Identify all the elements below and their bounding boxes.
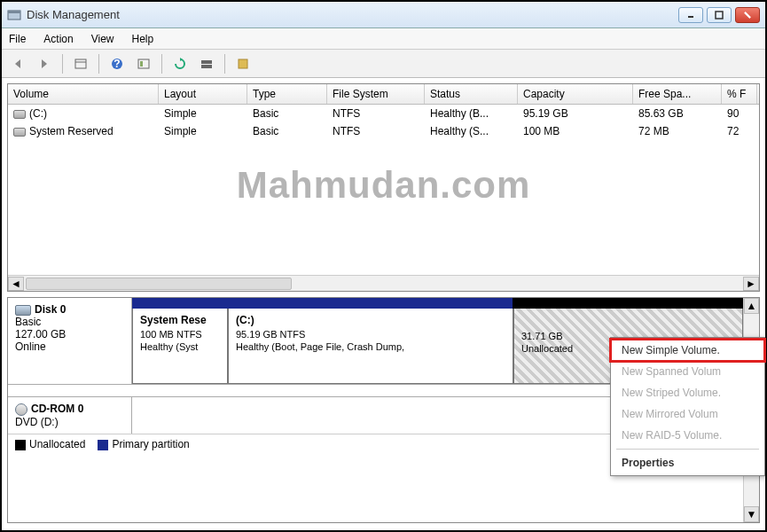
- col-layout[interactable]: Layout: [159, 84, 247, 104]
- cell-volume: System Reserved: [29, 125, 113, 137]
- action-button[interactable]: [232, 53, 254, 74]
- cell-status: Healthy (B...: [425, 105, 518, 122]
- menu-new-striped-volume: New Striped Volume.: [611, 382, 764, 403]
- partition-size: 100 MB NTFS: [140, 328, 220, 340]
- menu-action[interactable]: Action: [43, 33, 73, 45]
- toolbar-separator: [62, 54, 63, 74]
- col-percentfree[interactable]: % F: [722, 84, 757, 104]
- col-status[interactable]: Status: [425, 84, 518, 104]
- legend-unallocated-label: Unallocated: [29, 438, 85, 450]
- window-title: Disk Management: [27, 8, 678, 21]
- drive-icon: [13, 110, 26, 119]
- cell-volume: (C:): [29, 107, 47, 120]
- toolbar-separator: [224, 54, 225, 74]
- col-freespace[interactable]: Free Spa...: [633, 84, 722, 104]
- legend-primary-label: Primary partition: [112, 438, 189, 450]
- cell-type: Basic: [247, 122, 327, 140]
- toolbar-separator: [98, 54, 99, 74]
- disk-list-button[interactable]: [196, 53, 217, 74]
- legend-unallocated-swatch: [15, 440, 26, 450]
- cell-status: Healthy (S...: [425, 122, 518, 140]
- svg-rect-1: [8, 11, 20, 13]
- disk-size: 127.00 GB: [15, 328, 124, 340]
- scroll-down-arrow[interactable]: ▼: [744, 506, 759, 522]
- menu-file[interactable]: File: [9, 33, 26, 45]
- col-type[interactable]: Type: [247, 84, 327, 104]
- menu-separator: [616, 449, 759, 450]
- cdrom-icon: [15, 403, 27, 416]
- cell-layout: Simple: [159, 122, 247, 140]
- cdrom-label[interactable]: CD-ROM 0 DVD (D:): [8, 397, 132, 434]
- title-bar: Disk Management: [2, 2, 765, 28]
- partition-size: 95.19 GB NTFS: [236, 328, 505, 340]
- help-button[interactable]: ?: [106, 53, 128, 74]
- context-menu: New Simple Volume. New Spanned Volum New…: [610, 337, 765, 476]
- svg-rect-14: [239, 59, 247, 68]
- minimize-button[interactable]: [678, 7, 703, 23]
- volume-list-header: Volume Layout Type File System Status Ca…: [8, 84, 759, 105]
- svg-line-5: [745, 12, 750, 18]
- table-row[interactable]: (C:) Simple Basic NTFS Healthy (B... 95.…: [8, 105, 759, 122]
- maximize-button[interactable]: [707, 7, 732, 23]
- close-button[interactable]: [735, 7, 760, 23]
- svg-rect-13: [201, 65, 212, 68]
- toolbar: ?: [2, 50, 765, 78]
- disk-status: Online: [15, 340, 124, 353]
- col-capacity[interactable]: Capacity: [518, 84, 633, 104]
- forward-button[interactable]: [34, 53, 55, 74]
- col-volume[interactable]: Volume: [8, 84, 159, 104]
- svg-rect-3: [716, 12, 723, 19]
- scroll-up-arrow[interactable]: ▲: [744, 298, 759, 314]
- cell-layout: Simple: [159, 105, 247, 122]
- legend-primary-swatch: [98, 440, 108, 450]
- cdrom-name: CD-ROM 0: [31, 403, 83, 415]
- partition-c-drive[interactable]: (C:) 95.19 GB NTFS Healthy (Boot, Page F…: [228, 309, 513, 384]
- partition-title: System Rese: [140, 314, 220, 326]
- settings-button[interactable]: [133, 53, 154, 74]
- cell-pct: 90: [722, 105, 757, 122]
- refresh-button[interactable]: [169, 53, 191, 74]
- watermark-text: Mahmudan.com: [8, 164, 759, 207]
- svg-rect-11: [140, 61, 143, 66]
- menu-new-mirrored-volume: New Mirrored Volum: [611, 403, 764, 425]
- menu-new-spanned-volume: New Spanned Volum: [611, 361, 764, 382]
- cell-fs: NTFS: [327, 105, 425, 122]
- scroll-thumb[interactable]: [26, 278, 292, 290]
- toolbar-separator: [161, 54, 162, 74]
- scroll-left-arrow[interactable]: ◄: [8, 277, 24, 291]
- cell-capacity: 95.19 GB: [518, 105, 633, 122]
- menu-help[interactable]: Help: [132, 33, 154, 45]
- cell-capacity: 100 MB: [518, 122, 633, 140]
- cell-fs: NTFS: [327, 122, 425, 140]
- svg-text:?: ?: [113, 58, 120, 70]
- cell-free: 72 MB: [633, 122, 722, 140]
- cell-pct: 72: [722, 122, 757, 140]
- partition-status: Healthy (Syst: [140, 340, 220, 353]
- disk-type: Basic: [15, 316, 124, 328]
- volume-list: Volume Layout Type File System Status Ca…: [7, 83, 760, 292]
- cdrom-line: DVD (D:): [15, 416, 124, 428]
- back-button[interactable]: [7, 53, 28, 74]
- disk-label[interactable]: Disk 0 Basic 127.00 GB Online: [8, 298, 132, 384]
- partition-title: (C:): [236, 314, 505, 326]
- svg-rect-6: [75, 59, 86, 68]
- scroll-right-arrow[interactable]: ►: [743, 277, 759, 291]
- cell-free: 85.63 GB: [633, 105, 722, 122]
- disk-icon: [15, 305, 31, 316]
- table-row[interactable]: System Reserved Simple Basic NTFS Health…: [8, 122, 759, 140]
- disk-name: Disk 0: [35, 303, 66, 316]
- show-hide-console-button[interactable]: [70, 53, 91, 74]
- svg-rect-10: [138, 59, 149, 68]
- partition-color-bar: [132, 298, 743, 309]
- menu-new-raid5-volume: New RAID-5 Volume.: [611, 425, 764, 446]
- cell-type: Basic: [247, 105, 327, 122]
- menu-new-simple-volume[interactable]: New Simple Volume.: [611, 340, 764, 361]
- app-icon: [7, 8, 21, 22]
- horizontal-scrollbar[interactable]: ◄ ►: [8, 275, 759, 291]
- partition-status: Healthy (Boot, Page File, Crash Dump,: [236, 340, 505, 353]
- col-filesystem[interactable]: File System: [327, 84, 425, 104]
- partition-system-reserved[interactable]: System Rese 100 MB NTFS Healthy (Syst: [132, 309, 228, 384]
- svg-rect-12: [201, 60, 212, 64]
- menu-view[interactable]: View: [91, 33, 114, 45]
- menu-properties[interactable]: Properties: [611, 452, 764, 473]
